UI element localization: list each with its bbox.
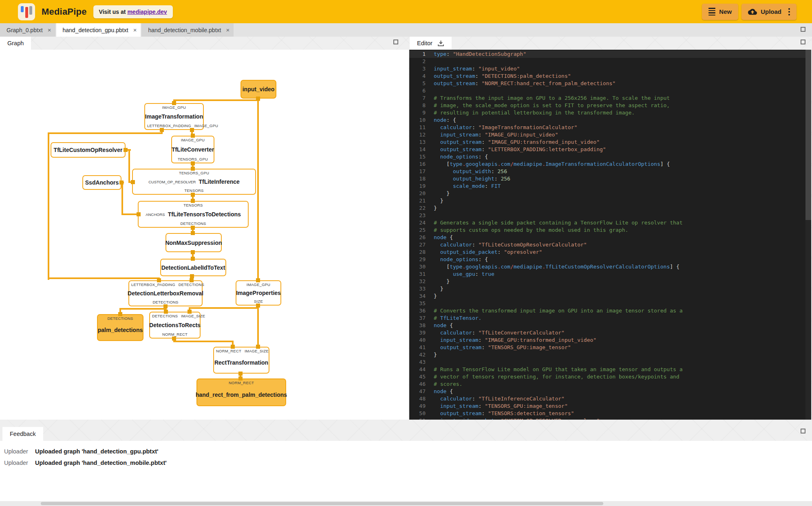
tab-graph[interactable]: Graph <box>0 37 31 50</box>
node-name: TfLiteConverter <box>172 146 214 153</box>
download-icon[interactable] <box>437 40 444 47</box>
code-lines: 1type: "HandDetectionSubgraph"23input_st… <box>409 51 811 420</box>
code-line: 43 <box>409 359 811 366</box>
node-input-ports: LETTERBOX_PADDINGDETECTIONS <box>131 282 200 287</box>
code-text: } <box>434 293 437 300</box>
graph-node[interactable]: IMAGE_GPUTfLiteConverterTENSORS_GPU <box>171 136 214 163</box>
graph-node[interactable]: IMAGE_GPUImagePropertiesSIZE <box>236 280 281 306</box>
tab-feedback[interactable]: Feedback <box>2 427 43 441</box>
minimap[interactable] <box>760 51 800 124</box>
graph-node[interactable]: TfLiteCustomOpResolver <box>51 142 126 158</box>
line-number: 33 <box>409 285 426 293</box>
node-port <box>191 250 195 254</box>
editor-panel-maximize-icon[interactable] <box>801 40 805 44</box>
line-number: 14 <box>409 146 426 153</box>
code-text: # Runs a TensorFlow Lite model on GPU th… <box>434 366 682 373</box>
node-name: TfLiteTensorsToDetections <box>168 211 241 218</box>
code-text: [type.googleapis.com/mediapipe.TfLiteCus… <box>434 263 680 271</box>
node-output-ports: TENSORS_GPU <box>174 157 212 161</box>
code-line: 24# Generates a single side packet conta… <box>409 219 811 227</box>
file-tab-label: Graph_0.pbtxt <box>7 27 43 33</box>
scrollbar-thumb[interactable] <box>805 50 811 220</box>
port-label: LETTERBOX_PADDING <box>147 123 191 128</box>
line-number: 12 <box>409 131 426 139</box>
port-label: CUSTOM_OP_RESOLVER <box>148 180 196 184</box>
line-number: 17 <box>409 168 426 175</box>
code-text: output_stream: "DETECTIONS:palm_detectio… <box>434 73 571 80</box>
graph-node[interactable]: DETECTIONSpalm_detections <box>97 314 143 341</box>
code-line: 6 <box>409 87 811 95</box>
code-line: 47node { <box>409 388 811 395</box>
bottom-scrollbar[interactable] <box>0 501 812 506</box>
code-text: scale_mode: FIT <box>434 183 501 190</box>
code-line: 10node: { <box>409 117 811 124</box>
code-text: } <box>434 190 450 197</box>
port-label: DETECTIONS <box>152 300 178 304</box>
tab-close-icon[interactable]: × <box>226 27 229 33</box>
graph-node[interactable]: TENSORSANCHORSTfLiteTensorsToDetectionsD… <box>138 201 249 228</box>
tab-editor[interactable]: Editor <box>410 37 452 50</box>
port-label: ANCHORS <box>146 212 165 217</box>
code-line: 49 input_stream: "TENSORS_GPU:image_tens… <box>409 403 811 410</box>
upload-button-label: Upload <box>761 8 781 15</box>
feedback-panel-maximize-icon[interactable] <box>801 429 805 433</box>
window-maximize-icon[interactable] <box>801 27 805 32</box>
mediapipe-logo-icon <box>18 3 35 20</box>
tab-close-icon[interactable]: × <box>133 27 137 33</box>
node-port <box>118 312 122 316</box>
line-number: 39 <box>409 329 426 337</box>
line-number: 28 <box>409 249 426 256</box>
tab-close-icon[interactable]: × <box>48 27 51 33</box>
upload-button[interactable]: Upload <box>741 4 797 20</box>
code-line: 40 input_stream: "IMAGE_GPU:transformed_… <box>409 337 811 344</box>
node-name: palm_detections <box>98 327 143 333</box>
line-number: 23 <box>409 212 426 219</box>
code-text: output_stream: "TENSORS:detection_tensor… <box>434 410 574 417</box>
line-number: 35 <box>409 300 426 307</box>
graph-node[interactable]: NORM_RECThand_rect_from_palm_detections <box>196 378 286 406</box>
node-name: DetectionLetterboxRemoval <box>128 290 203 297</box>
line-number: 25 <box>409 227 426 234</box>
code-text: use_gpu: true <box>434 271 494 278</box>
graph-node[interactable]: input_video <box>241 80 276 99</box>
new-button[interactable]: New <box>702 4 738 20</box>
port-label: IMAGE_GPU <box>247 282 270 287</box>
line-number: 16 <box>409 161 426 168</box>
graph-node[interactable]: TENSORS_GPUCUSTOM_OP_RESOLVERTfLiteInfer… <box>132 169 256 195</box>
node-name: DetectionLabelIdToText <box>161 264 225 271</box>
line-number: 51 <box>409 417 426 420</box>
graph-node[interactable]: SsdAnchors <box>82 175 121 190</box>
node-name-row: hand_rect_from_palm_detections <box>199 385 283 404</box>
file-tab[interactable]: hand_detection_mobile.pbtxt× <box>141 23 234 37</box>
graph-node[interactable]: DetectionLabelIdToText <box>160 259 226 276</box>
node-input-ports: IMAGE_GPU <box>238 282 278 287</box>
graph-node[interactable]: IMAGE_GPUImageTransformationLETTERBOX_PA… <box>144 103 204 130</box>
graph-node[interactable]: DETECTIONSIMAGE_SIZEDetectionsToRectsNOR… <box>149 312 201 339</box>
node-input-ports: IMAGE_GPU <box>174 138 212 142</box>
graph-node[interactable]: NonMaxSuppression <box>165 233 222 252</box>
editor-vertical-scrollbar[interactable] <box>805 50 811 420</box>
feedback-row: UploaderUploaded graph 'hand_detection_g… <box>0 446 812 457</box>
code-text: } <box>434 285 443 293</box>
node-port <box>124 148 128 152</box>
node-name: SsdAnchors <box>85 179 119 186</box>
code-text: node { <box>434 322 453 329</box>
file-tab[interactable]: hand_detection_gpu.pbtxt× <box>56 23 141 37</box>
code-editor[interactable]: 1type: "HandDetectionSubgraph"23input_st… <box>409 50 811 420</box>
bottom-scrollbar-thumb[interactable] <box>41 502 603 505</box>
port-label: DETECTIONS <box>152 314 178 318</box>
graph-edge <box>119 308 167 310</box>
graph-node[interactable]: NORM_RECTIMAGE_SIZERectTransformation <box>213 347 269 374</box>
graph-node[interactable]: LETTERBOX_PADDINGDETECTIONSDetectionLett… <box>128 280 203 306</box>
node-name: DetectionsToRects <box>149 322 201 328</box>
code-line: 13 output_stream: "IMAGE_GPU:transformed… <box>409 139 811 146</box>
mediapipe-dev-link[interactable]: mediapipe.dev <box>127 9 167 15</box>
node-port <box>256 345 260 349</box>
node-output-ports: SIZE <box>238 299 278 304</box>
graph-panel-maximize-icon[interactable] <box>393 40 398 44</box>
node-port <box>256 278 260 282</box>
file-tab[interactable]: Graph_0.pbtxt× <box>0 23 55 37</box>
graph-canvas[interactable]: input_videoIMAGE_GPUImageTransformationL… <box>0 50 408 420</box>
kebab-menu-icon[interactable] <box>788 8 790 15</box>
file-tab-bar: Graph_0.pbtxt×hand_detection_gpu.pbtxt×h… <box>0 23 812 37</box>
